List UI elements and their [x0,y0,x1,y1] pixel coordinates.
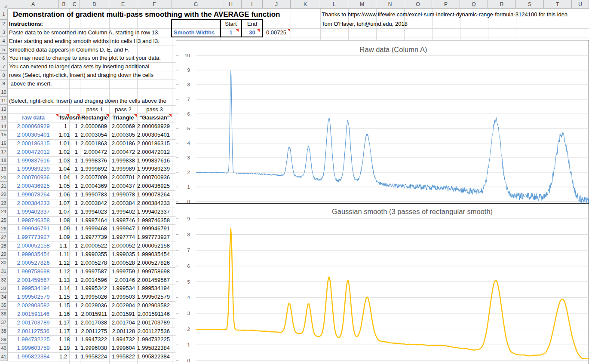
column-header-I[interactable]: I [242,0,263,9]
cell-A39[interactable]: 1.994732225 [8,335,59,344]
cell-E28[interactable]: 2.000052 [109,242,135,250]
cell-C31[interactable]: 1 [69,267,78,276]
cell-C20[interactable]: 1 [69,173,78,182]
cell-D31[interactable]: 1.9997587 [80,267,107,276]
cell-E15[interactable]: 2.000305 [109,131,135,139]
cell-D14[interactable]: 2.0000689 [80,122,107,131]
cell-C28[interactable]: 1 [69,242,78,250]
cell-C25[interactable]: 1 [69,216,78,225]
cell-B16[interactable]: 1.01 [59,139,67,148]
row-header-40[interactable]: 40 [0,344,8,352]
row-header-1[interactable]: 1 [0,9,8,20]
cell-E25[interactable]: 1.998746 [109,216,135,225]
column-header-J[interactable]: J [263,0,291,9]
cell-C21[interactable]: 1 [69,182,78,190]
cell-D20[interactable]: 2.0007009 [80,173,107,182]
column-header-A[interactable]: A [8,0,59,9]
column-header-T[interactable]: T [544,0,572,9]
cell-E31[interactable]: 1.999759 [109,267,135,276]
row-header-4[interactable]: 4 [0,37,8,46]
cell-F29[interactable]: 1.999035454 [137,250,170,259]
cell-A16[interactable]: 2.000186315 [8,139,59,148]
cell-E14[interactable]: 2.000069 [109,122,135,131]
cell-C26[interactable]: 1 [69,224,78,233]
select-all-corner[interactable] [0,0,8,9]
cell-B22[interactable]: 1.06 [59,190,67,199]
row-header-17[interactable]: 17 [0,148,8,156]
cell-B20[interactable]: 1.04 [59,173,67,182]
cell-D28[interactable]: 2.0000522 [80,242,107,250]
cell-E19[interactable]: 1.999989 [109,165,135,173]
cell-F19[interactable]: 1.999989239 [137,165,170,173]
cell-E27[interactable]: 1.997774 [109,233,135,242]
row-header-12[interactable]: 12 [0,105,8,114]
cell-D37[interactable]: 2.0017038 [80,318,107,327]
cell-B15[interactable]: 1.01 [59,131,67,139]
cell-E36[interactable]: 2.001591 [109,310,135,318]
row-header-34[interactable]: 34 [0,293,8,301]
cell-C30[interactable]: 1 [69,259,78,267]
cell-C32[interactable]: 1 [69,276,78,284]
column-header-M[interactable]: M [348,0,376,9]
column-header-E[interactable]: E [109,0,137,9]
cell-D30[interactable]: 2.0005278 [80,259,107,267]
cell-A28[interactable]: 2.000052158 [8,242,59,250]
cell-B21[interactable]: 1.05 [59,182,67,190]
column-header-K[interactable]: K [291,0,320,9]
cell-F15[interactable]: 2.000305401 [137,131,170,139]
cell-A40[interactable]: 1.999603759 [8,344,59,352]
cell-J3[interactable]: 0.00725 [263,28,286,37]
cell-A34[interactable]: 1.999502579 [8,293,59,301]
column-header-L[interactable]: L [320,0,348,9]
cell-B19[interactable]: 1.04 [59,165,67,173]
cell-A24[interactable]: 1.999402337 [8,208,59,216]
cell-D38[interactable]: 2.0011275 [80,327,107,336]
cell-E20[interactable]: 2.000701 [109,173,135,182]
cell-F40[interactable]: 1.995822384 [137,344,170,352]
row-header-38[interactable]: 38 [0,327,8,336]
cell-E23[interactable]: 2.000384 [109,199,135,208]
cell-F39[interactable]: 1.994732225 [137,335,170,344]
cell-F18[interactable]: 1.999837616 [137,156,170,165]
cell-A17[interactable]: 2.000472012 [8,148,59,156]
cell-C39[interactable]: 1 [69,335,78,344]
cell-B33[interactable]: 1.14 [59,284,67,293]
cell-D32[interactable]: 2.0014596 [80,276,107,284]
cell-A31[interactable]: 1.999758698 [8,267,59,276]
column-header-B[interactable]: B [59,0,69,9]
cell-E35[interactable]: 2.002904 [109,301,135,310]
cell-B35[interactable]: 1.15 [59,301,67,310]
row-header-29[interactable]: 29 [0,250,8,259]
cell-E33[interactable]: 1.999534 [109,284,135,293]
cell-F27[interactable]: 1.997773927 [137,233,170,242]
cell-A21[interactable]: 2.000436925 [8,182,59,190]
cell-B17[interactable]: 1.02 [59,148,67,156]
row-header-28[interactable]: 28 [0,242,8,250]
cell-C27[interactable]: 1 [69,233,78,242]
cell-B39[interactable]: 1.18 [59,335,67,344]
cell-B27[interactable]: 1.09 [59,233,67,242]
cell-D35[interactable]: 2.0029036 [80,301,107,310]
cell-E39[interactable]: 1.994732 [109,335,135,344]
cell-F31[interactable]: 1.999758698 [137,267,170,276]
column-header-Q[interactable]: Q [460,0,488,9]
cell-B40[interactable]: 1.19 [59,344,67,352]
cell-F14[interactable]: 2.000068929 [137,122,170,131]
cell-C35[interactable]: 1 [69,301,78,310]
cell-E29[interactable]: 1.999035 [109,250,135,259]
column-header-O[interactable]: O [404,0,432,9]
row-header-41[interactable]: 41 [0,352,8,361]
cell-F16[interactable]: 2.000186315 [137,139,170,148]
cell-E17[interactable]: 2.000472 [109,148,135,156]
cell-B23[interactable]: 1.07 [59,199,67,208]
cell-C29[interactable]: 1 [69,250,78,259]
cell-F28[interactable]: 2.000052158 [137,242,170,250]
cell-F22[interactable]: 1.999078264 [137,190,170,199]
cell-E30[interactable]: 2.000528 [109,259,135,267]
cell-F41[interactable]: 1.995822384 [137,352,170,361]
row-header-31[interactable]: 31 [0,267,8,276]
cell-A30[interactable]: 2.000527826 [8,259,59,267]
cell-E24[interactable]: 1.999402 [109,208,135,216]
column-header-H[interactable]: H [220,0,242,9]
row-header-32[interactable]: 32 [0,276,8,284]
